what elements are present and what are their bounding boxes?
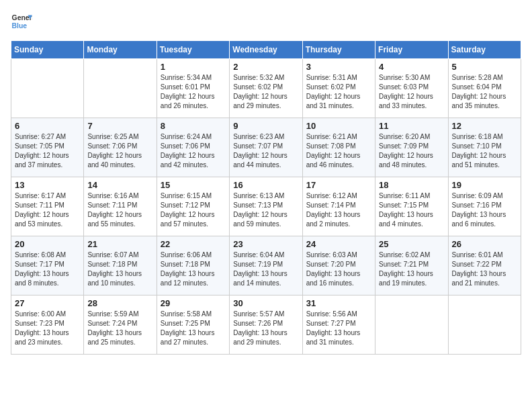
- calendar-cell: 12Sunrise: 6:18 AM Sunset: 7:10 PM Dayli…: [448, 118, 521, 177]
- day-number: 18: [379, 180, 444, 190]
- cell-content: Sunrise: 6:07 AM Sunset: 7:18 PM Dayligh…: [87, 250, 152, 288]
- calendar-cell: 11Sunrise: 6:20 AM Sunset: 7:09 PM Dayli…: [375, 118, 448, 177]
- calendar-cell: 5Sunrise: 5:28 AM Sunset: 6:04 PM Daylig…: [448, 59, 521, 118]
- calendar-cell: 13Sunrise: 6:17 AM Sunset: 7:11 PM Dayli…: [11, 177, 84, 236]
- page-header: General Blue: [11, 11, 521, 32]
- cell-content: Sunrise: 5:34 AM Sunset: 6:01 PM Dayligh…: [161, 73, 226, 111]
- day-number: 30: [233, 298, 298, 308]
- calendar-cell: 23Sunrise: 6:04 AM Sunset: 7:19 PM Dayli…: [230, 236, 302, 295]
- cell-content: Sunrise: 6:21 AM Sunset: 7:08 PM Dayligh…: [306, 132, 371, 170]
- day-number: 12: [452, 121, 517, 131]
- calendar-cell: 1Sunrise: 5:34 AM Sunset: 6:01 PM Daylig…: [157, 59, 229, 118]
- cell-content: Sunrise: 6:27 AM Sunset: 7:05 PM Dayligh…: [15, 132, 80, 170]
- calendar-cell: 27Sunrise: 6:00 AM Sunset: 7:23 PM Dayli…: [11, 295, 84, 355]
- logo-icon: General Blue: [11, 11, 32, 32]
- calendar-cell: 29Sunrise: 5:58 AM Sunset: 7:25 PM Dayli…: [157, 295, 229, 355]
- calendar-week-row: 27Sunrise: 6:00 AM Sunset: 7:23 PM Dayli…: [11, 295, 521, 355]
- day-number: 4: [379, 62, 444, 72]
- cell-content: Sunrise: 5:59 AM Sunset: 7:24 PM Dayligh…: [87, 310, 152, 347]
- calendar-cell: 30Sunrise: 5:57 AM Sunset: 7:26 PM Dayli…: [230, 295, 302, 355]
- calendar-week-row: 20Sunrise: 6:08 AM Sunset: 7:17 PM Dayli…: [11, 236, 521, 295]
- cell-content: Sunrise: 6:01 AM Sunset: 7:22 PM Dayligh…: [452, 250, 517, 288]
- cell-content: Sunrise: 6:03 AM Sunset: 7:20 PM Dayligh…: [306, 250, 371, 288]
- calendar-table: SundayMondayTuesdayWednesdayThursdayFrid…: [11, 40, 521, 355]
- calendar-cell: 14Sunrise: 6:16 AM Sunset: 7:11 PM Dayli…: [84, 177, 157, 236]
- day-number: 13: [15, 180, 80, 190]
- cell-content: Sunrise: 6:23 AM Sunset: 7:07 PM Dayligh…: [233, 132, 298, 170]
- calendar-cell: 21Sunrise: 6:07 AM Sunset: 7:18 PM Dayli…: [84, 236, 157, 295]
- cell-content: Sunrise: 5:56 AM Sunset: 7:27 PM Dayligh…: [306, 310, 371, 347]
- day-number: 28: [87, 298, 152, 308]
- calendar-cell: 19Sunrise: 6:09 AM Sunset: 7:16 PM Dayli…: [448, 177, 521, 236]
- cell-content: Sunrise: 6:24 AM Sunset: 7:06 PM Dayligh…: [161, 132, 226, 170]
- calendar-cell: 15Sunrise: 6:15 AM Sunset: 7:12 PM Dayli…: [157, 177, 229, 236]
- day-number: 10: [306, 121, 371, 131]
- day-number: 14: [87, 180, 152, 190]
- cell-content: Sunrise: 5:30 AM Sunset: 6:03 PM Dayligh…: [379, 73, 444, 111]
- cell-content: Sunrise: 6:15 AM Sunset: 7:12 PM Dayligh…: [161, 191, 226, 229]
- day-number: 3: [306, 62, 371, 72]
- day-number: 2: [233, 62, 298, 72]
- calendar-cell: 4Sunrise: 5:30 AM Sunset: 6:03 PM Daylig…: [375, 59, 448, 118]
- weekday-header-monday: Monday: [84, 41, 157, 59]
- weekday-header-tuesday: Tuesday: [157, 41, 229, 59]
- cell-content: Sunrise: 6:16 AM Sunset: 7:11 PM Dayligh…: [87, 191, 152, 229]
- calendar-cell: 26Sunrise: 6:01 AM Sunset: 7:22 PM Dayli…: [448, 236, 521, 295]
- calendar-cell: [375, 295, 448, 355]
- weekday-header-wednesday: Wednesday: [230, 41, 302, 59]
- day-number: 27: [15, 298, 80, 308]
- day-number: 24: [306, 239, 371, 249]
- cell-content: Sunrise: 5:58 AM Sunset: 7:25 PM Dayligh…: [161, 310, 226, 347]
- cell-content: Sunrise: 6:04 AM Sunset: 7:19 PM Dayligh…: [233, 250, 298, 288]
- day-number: 8: [161, 121, 226, 131]
- day-number: 19: [452, 180, 517, 190]
- day-number: 17: [306, 180, 371, 190]
- calendar-cell: [84, 59, 157, 118]
- calendar-cell: 31Sunrise: 5:56 AM Sunset: 7:27 PM Dayli…: [302, 295, 375, 355]
- day-number: 31: [306, 298, 371, 308]
- weekday-header-friday: Friday: [375, 41, 448, 59]
- weekday-header-saturday: Saturday: [448, 41, 521, 59]
- svg-text:Blue: Blue: [12, 22, 28, 30]
- day-number: 26: [452, 239, 517, 249]
- day-number: 25: [379, 239, 444, 249]
- calendar-cell: 9Sunrise: 6:23 AM Sunset: 7:07 PM Daylig…: [230, 118, 302, 177]
- weekday-header-thursday: Thursday: [302, 41, 375, 59]
- day-number: 9: [233, 121, 298, 131]
- day-number: 23: [233, 239, 298, 249]
- calendar-week-row: 13Sunrise: 6:17 AM Sunset: 7:11 PM Dayli…: [11, 177, 521, 236]
- cell-content: Sunrise: 5:32 AM Sunset: 6:02 PM Dayligh…: [233, 73, 298, 111]
- calendar-cell: [11, 59, 84, 118]
- day-number: 15: [161, 180, 226, 190]
- cell-content: Sunrise: 6:11 AM Sunset: 7:15 PM Dayligh…: [379, 191, 444, 229]
- weekday-header-sunday: Sunday: [11, 41, 84, 59]
- calendar-cell: 25Sunrise: 6:02 AM Sunset: 7:21 PM Dayli…: [375, 236, 448, 295]
- day-number: 6: [15, 121, 80, 131]
- day-number: 1: [161, 62, 226, 72]
- calendar-cell: [448, 295, 521, 355]
- cell-content: Sunrise: 6:12 AM Sunset: 7:14 PM Dayligh…: [306, 191, 371, 229]
- day-number: 20: [15, 239, 80, 249]
- cell-content: Sunrise: 6:00 AM Sunset: 7:23 PM Dayligh…: [15, 310, 80, 347]
- cell-content: Sunrise: 6:08 AM Sunset: 7:17 PM Dayligh…: [15, 250, 80, 288]
- calendar-cell: 17Sunrise: 6:12 AM Sunset: 7:14 PM Dayli…: [302, 177, 375, 236]
- day-number: 16: [233, 180, 298, 190]
- calendar-week-row: 6Sunrise: 6:27 AM Sunset: 7:05 PM Daylig…: [11, 118, 521, 177]
- cell-content: Sunrise: 6:09 AM Sunset: 7:16 PM Dayligh…: [452, 191, 517, 229]
- calendar-cell: 10Sunrise: 6:21 AM Sunset: 7:08 PM Dayli…: [302, 118, 375, 177]
- calendar-cell: 3Sunrise: 5:31 AM Sunset: 6:02 PM Daylig…: [302, 59, 375, 118]
- cell-content: Sunrise: 6:02 AM Sunset: 7:21 PM Dayligh…: [379, 250, 444, 288]
- day-number: 5: [452, 62, 517, 72]
- cell-content: Sunrise: 6:20 AM Sunset: 7:09 PM Dayligh…: [379, 132, 444, 170]
- logo: General Blue: [11, 11, 32, 32]
- cell-content: Sunrise: 6:13 AM Sunset: 7:13 PM Dayligh…: [233, 191, 298, 229]
- cell-content: Sunrise: 6:17 AM Sunset: 7:11 PM Dayligh…: [15, 191, 80, 229]
- cell-content: Sunrise: 5:28 AM Sunset: 6:04 PM Dayligh…: [452, 73, 517, 111]
- cell-content: Sunrise: 6:25 AM Sunset: 7:06 PM Dayligh…: [87, 132, 152, 170]
- day-number: 22: [161, 239, 226, 249]
- calendar-cell: 8Sunrise: 6:24 AM Sunset: 7:06 PM Daylig…: [157, 118, 229, 177]
- weekday-header-row: SundayMondayTuesdayWednesdayThursdayFrid…: [11, 41, 521, 59]
- calendar-week-row: 1Sunrise: 5:34 AM Sunset: 6:01 PM Daylig…: [11, 59, 521, 118]
- day-number: 29: [161, 298, 226, 308]
- cell-content: Sunrise: 6:06 AM Sunset: 7:18 PM Dayligh…: [161, 250, 226, 288]
